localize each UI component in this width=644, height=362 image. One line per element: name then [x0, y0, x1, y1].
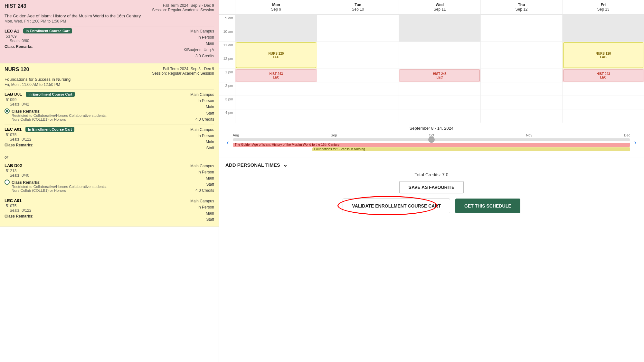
time-1pm: 1 pm — [219, 69, 235, 82]
cal-cell-mon-4 — [235, 109, 317, 123]
nurs120-lec-a01-first: LEC A01 In Enrollment Course Cart 51075 … — [5, 125, 214, 153]
cal-cell-fri-9 — [562, 14, 644, 28]
total-credits: Total Credits: 7.0 — [225, 172, 638, 177]
cal-cell-mon-11-nurs: NURS 120LEC — [235, 42, 317, 69]
cal-day-fri-name: Fri — [564, 3, 643, 7]
nurs120-schedule: Fri, Mon : 11:00 AM to 12:50 PM — [5, 82, 214, 87]
time-4pm: 4 pm — [219, 109, 235, 123]
nurs120-lec-a01-first-info: Main Campus In Person Main Staff — [190, 127, 214, 152]
nurs120-lab-d01: LAB D01 In Enrollment Course Cart 51099 … — [5, 89, 214, 125]
hist243-lec-a1-badge: In Enrollment Course Cart — [23, 28, 72, 33]
right-panel: Mon Sep 9 Tue Sep 10 Wed Sep 11 Thu Sep … — [219, 0, 644, 362]
timeline-thumb[interactable] — [428, 136, 435, 143]
hist243-block: HIST 243 Fall Term 2024: Sep 3 - Dec 9 S… — [0, 0, 219, 63]
nurs120-lec-a01-first-seats: Seats: 0/122 — [5, 137, 190, 142]
cal-cell-tue-10 — [317, 28, 399, 42]
nurs120-lab-d01-seats: Seats: 0/42 — [5, 102, 190, 107]
get-this-schedule-button[interactable]: GET THIS SCHEDULE — [455, 199, 520, 213]
chevron-down-icon: ⌄ — [283, 161, 288, 168]
cal-cell-thu-10 — [480, 28, 562, 42]
nurs120-lec-a01-second-info: Main Campus In Person Main Staff — [190, 198, 214, 223]
cal-day-wed-name: Wed — [400, 3, 479, 7]
timeline-nav: ‹ Aug Sep Oct Nov Dec The Golden Age of … — [225, 133, 638, 151]
nurs120-lec-a01-second-remarks-label: Class Remarks: — [5, 214, 190, 218]
cal-cell-thu-1 — [480, 69, 562, 82]
nurs120-lab-d02-remarks-label: Class Remarks: — [12, 180, 107, 185]
nurs120-lec-a01-first-id: 51075 — [5, 133, 190, 137]
nurs120-code: NURS 120 — [5, 67, 29, 72]
cal-cell-tue-11 — [317, 42, 399, 55]
nurs120-lec-a01-second-id: 51075 — [5, 204, 190, 208]
nurs120-lab-d02-id: 51213 — [5, 169, 190, 173]
nurs120-term: Fall Term 2024: Sep 3 - Dec 9 Session: R… — [152, 67, 214, 76]
cal-cell-tue-1 — [317, 69, 399, 82]
add-personal-times-label: ADD PERSONAL TIMES — [225, 162, 280, 168]
nurs120-lec-a01-first-badge: In Enrollment Course Cart — [25, 127, 74, 132]
save-as-favourite-button[interactable]: SAVE AS FAVOURITE — [399, 181, 464, 193]
nurs120-lab-d01-badge: In Enrollment Course Cart — [26, 92, 75, 97]
cal-cell-thu-11 — [480, 42, 562, 55]
cal-cell-fri-10 — [562, 28, 644, 42]
add-personal-times-toggle[interactable]: ADD PERSONAL TIMES ⌄ — [225, 161, 638, 168]
cal-cell-fri-2 — [562, 82, 644, 96]
time-3pm: 3 pm — [219, 96, 235, 109]
cal-cell-wed-11 — [399, 42, 480, 55]
nurs120-lab-d01-radio[interactable] — [5, 108, 10, 114]
nurs120-lec-a01-second: LEC A01 51075 Seats: 0/122 Class Remarks… — [5, 196, 214, 225]
cal-cell-mon-9 — [235, 14, 317, 28]
timeline-nov: Nov — [526, 133, 532, 137]
timeline-bar-area: Aug Sep Oct Nov Dec The Golden Age of Is… — [233, 133, 630, 151]
timeline-aug: Aug — [233, 133, 239, 137]
time-11am: 11 am — [219, 42, 235, 55]
nurs120-lab-d01-remarks-label: Class Remarks: — [12, 109, 107, 114]
validate-wrapper: VALIDATE ENROLLMENT COURSE CART — [343, 199, 450, 213]
timeline-date-range: September 8 - 14, 2024 — [225, 126, 638, 131]
cal-day-wed-date: Sep 11 — [400, 7, 479, 12]
nurs120-lec-a01-first-remarks-label: Class Remarks: — [5, 143, 190, 147]
hist243-term: Fall Term 2024: Sep 3 - Dec 9 Session: R… — [152, 3, 214, 12]
cal-cell-wed-3 — [399, 96, 480, 109]
timeline-track[interactable] — [233, 138, 630, 141]
time-9am: 9 am — [219, 14, 235, 28]
calendar-header: Mon Sep 9 Tue Sep 10 Wed Sep 11 Thu Sep … — [219, 0, 644, 14]
cal-cell-wed-4 — [399, 109, 480, 123]
cal-cell-tue-12 — [317, 55, 399, 69]
nurs120-lab-d01-id: 51099 — [5, 97, 190, 102]
cal-cell-mon-3 — [235, 96, 317, 109]
timeline-next-arrow[interactable]: › — [633, 139, 638, 146]
calendar-grid: 9 am 10 am 11 am NURS 120LEC NURS 120LAB — [219, 14, 644, 123]
nurs120-lab-d02-radio[interactable] — [5, 180, 10, 185]
hist243-event-mon: HIST 243LEC — [236, 70, 316, 81]
cal-cell-wed-9 — [399, 14, 480, 28]
cal-cell-fri-4 — [562, 109, 644, 123]
hist243-lec-a1-info: Main Campus In Person Main KfBuajenn, Uq… — [184, 28, 214, 59]
nurs120-lab-d01-info: Main Campus In Person Main Staff 4.0 Cre… — [190, 92, 214, 123]
nurs120-lab-d01-remarks1: Restricted to Collaborative/Honors Colla… — [12, 114, 107, 117]
timeline-section: September 8 - 14, 2024 ‹ Aug Sep Oct Nov… — [219, 123, 644, 157]
cal-cell-mon-1-hist: HIST 243LEC — [235, 69, 317, 82]
hist243-lec-a1: LEC A1 In Enrollment Course Cart 53769 S… — [5, 26, 214, 61]
nurs120-lab-d01-radio-row: Class Remarks: Restricted to Collaborati… — [5, 108, 190, 121]
cal-cell-mon-10 — [235, 28, 317, 42]
cal-cell-fri-11-nurs: NURS 120LAB — [562, 42, 644, 69]
cal-cell-wed-10 — [399, 28, 480, 42]
bottom-section: ADD PERSONAL TIMES ⌄ Total Credits: 7.0 … — [219, 157, 644, 217]
hist243-lec-a1-remarks-label: Class Remarks: — [5, 44, 184, 49]
hist243-schedule: Mon, Wed, Fri : 1:00 PM to 1:50 PM — [5, 19, 214, 23]
nurs120-lab-d01-remarks2: Nurs Collab (COLLB1) or Honors — [12, 117, 107, 121]
cal-cell-tue-3 — [317, 96, 399, 109]
validate-enrollment-button[interactable]: VALIDATE ENROLLMENT COURSE CART — [343, 199, 450, 213]
nurs120-title: Foundations for Success in Nursing — [5, 77, 214, 82]
cal-day-tue-name: Tue — [318, 3, 397, 7]
cal-cell-tue-4 — [317, 109, 399, 123]
cal-cell-thu-2 — [480, 82, 562, 96]
cal-day-fri-date: Sep 13 — [564, 7, 643, 12]
hist243-lec-a1-seats: Seats: 0/60 — [5, 39, 184, 43]
or-separator: or — [5, 153, 214, 161]
hist243-event-fri: HIST 243LEC — [563, 70, 643, 81]
cal-cell-thu-4 — [480, 109, 562, 123]
cal-cell-fri-1-hist: HIST 243LEC — [562, 69, 644, 82]
timeline-hist-bar: The Golden Age of Islam: History of the … — [233, 143, 630, 147]
cal-cell-mon-2 — [235, 82, 317, 96]
timeline-prev-arrow[interactable]: ‹ — [225, 139, 230, 146]
